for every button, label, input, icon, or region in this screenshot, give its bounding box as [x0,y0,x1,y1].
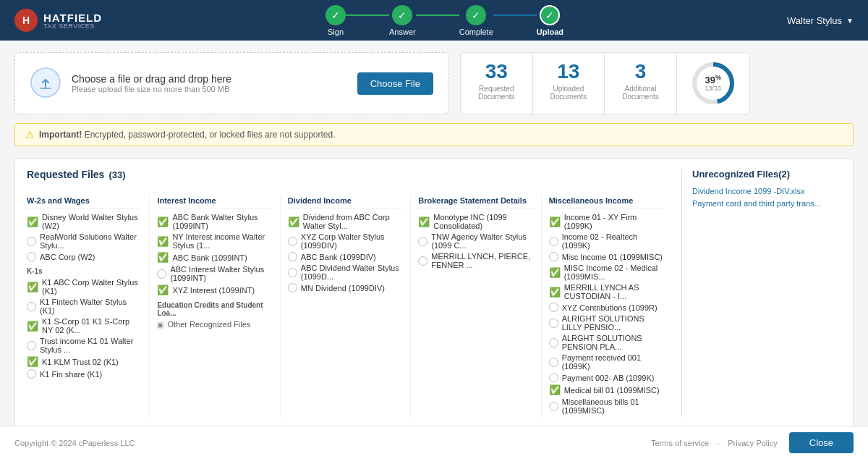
other-recognized-label: Other Recognized Files [167,320,250,329]
unrec-item-2[interactable]: Payment card and third party trans... [692,199,841,208]
logo-name: HATFIELD [43,12,102,24]
column-w2s: W-2s and Wages ✅Disney World Walter Styl… [27,196,150,417]
requested-number: 33 [478,62,515,82]
upload-main-text: Choose a file or drag and drop here [72,73,231,85]
column-interest: Interest Income ✅ABC Bank Walter Stylus … [150,196,280,417]
copyright: Copyright © 2024 cPaperless LLC [14,439,135,440]
upload-dropzone[interactable]: Choose a file or drag and drop here Plea… [14,52,448,114]
list-item: Payment received 001 (1099K) [549,353,664,371]
subsection-edu: Education Credits and Student Loa... [157,301,272,317]
step-complete: ✓ Complete [459,5,493,36]
subsection-k1s: K-1s [27,267,142,275]
user-name: Walter Stylus [787,15,842,26]
requested-files-area: Requested Files (33) W-2s and Wages ✅Dis… [27,169,682,417]
list-item: ABC Interest Walter Stylus (1099INT) [157,265,272,282]
check-icon: ✅ [549,384,561,395]
check-icon: ✅ [549,287,561,298]
col-interest-title: Interest Income [157,196,272,209]
check-icon: ✅ [549,267,561,278]
list-item: ✅ABC Bank Walter Stylus (1099INT) [157,213,272,230]
step-line-1 [346,14,389,16]
donut-center: 39% 13/33 [705,75,721,92]
column-brokerage: Brokerage Statement Details ✅Monotype IN… [411,196,541,417]
stat-progress: 39% 13/33 [677,53,749,114]
stat-uploaded: 13 UploadedDocuments [533,53,605,114]
chevron-down-icon: ▼ [846,17,854,25]
step-upload-label: Upload [537,28,563,36]
other-recognized-expand[interactable]: ▣ Other Recognized Files [157,320,272,329]
step-answer-label: Answer [389,28,416,36]
list-item: ✅Medical bill 01 (1099MISC) [549,384,664,395]
user-menu[interactable]: Walter Stylus ▼ [787,15,854,26]
list-item: ✅K1 ABC Corp Walter Stylus (K1) [27,278,142,295]
requested-files-count: (33) [109,169,125,180]
list-item: ✅K1 KLM Trust 02 (K1) [27,356,142,367]
list-item: ✅MISC Income 02 - Medical (1099MIS... [549,264,664,281]
uploaded-number: 13 [550,62,587,82]
check-icon: ✅ [157,216,169,227]
check-icon: ✅ [157,252,169,263]
logo-icon: H [14,9,38,32]
step-upload: ✓ Upload [537,5,563,36]
step-answer-circle: ✓ [392,5,412,25]
col-misc-title: Miscellaneous Income [549,196,664,209]
terms-link[interactable]: Terms of service [651,439,709,440]
list-item: XYZ Corp Walter Stylus (1099DIV) [288,232,403,250]
check-icon: ✅ [288,216,299,227]
empty-circle [288,252,297,261]
list-item: ✅K1 S-Corp 01 K1 S-Corp NY 02 (K... [27,317,142,334]
step-sign-circle: ✓ [326,5,346,25]
logo-text-wrap: HATFIELD TAX SERVICES [43,12,102,30]
step-complete-circle: ✓ [466,5,486,25]
list-item: ✅MERRILL LYNCH AS CUSTODIAN - I... [549,283,664,300]
progress-steps: ✓ Sign ✓ Answer ✓ Complete ✓ Upload [326,5,563,36]
list-item: ABC Bank (1099DIV) [288,252,403,261]
col-w2s-title: W-2s and Wages [27,196,142,209]
check-icon: ✅ [157,285,169,295]
step-line-2 [416,14,459,16]
choose-file-button[interactable]: Choose File [357,72,433,95]
close-button[interactable]: Close [789,432,854,439]
additional-label: AdditionalDocuments [622,85,659,101]
donut-chart: 39% 13/33 [690,60,736,106]
list-item: Trust income K1 01 Walter Stylus ... [27,337,142,354]
unrecognized-title: Unrecognized Files(2) [692,169,841,180]
upload-stats-row: Choose a file or drag and drop here Plea… [14,52,854,114]
check-icon: ✅ [27,356,38,367]
upload-size-hint: Please upload file size no more than 500… [72,85,231,93]
list-item: RealWorld Solutions Walter Stylu... [27,232,142,250]
list-item: MERRILL LYNCH, PIERCE, FENNER ... [418,252,533,269]
logo-area: H HATFIELD TAX SERVICES [14,9,102,32]
col-dividend-title: Dividend Income [288,196,403,209]
list-item: K1 Fin share (K1) [27,369,142,379]
list-item: ALRIGHT SOLUTIONS LILLY PENSIO... [549,314,664,332]
empty-circle [418,256,427,266]
additional-number: 3 [622,62,659,82]
empty-circle [549,319,558,328]
step-line-3 [493,14,537,16]
donut-percent: 39% [705,75,721,85]
column-misc: Miscellaneous Income ✅Income 01 - XY Fir… [542,196,671,417]
files-columns: W-2s and Wages ✅Disney World Walter Styl… [27,196,671,417]
check-icon: ✅ [27,321,38,332]
upload-icon [30,67,61,101]
empty-circle [549,402,558,411]
list-item: ✅Monotype INC (1099 Consolidated) [418,213,533,230]
list-item: ✅Income 01 - XY Firm (1099K) [549,213,664,230]
list-item: ABC Dividend Walter Stylus (1099D... [288,264,403,281]
warning-bar: ⚠ Important! Encrypted, password-protect… [14,123,854,146]
empty-circle [549,237,558,246]
requested-label: RequestedDocuments [478,85,515,101]
step-complete-label: Complete [459,28,493,36]
stats-area: 33 RequestedDocuments 13 UploadedDocumen… [460,52,750,114]
main-content: Choose a file or drag and drop here Plea… [0,41,868,439]
upload-text: Choose a file or drag and drop here Plea… [72,73,231,93]
check-icon: ✅ [27,282,38,292]
empty-circle [288,268,297,277]
privacy-link[interactable]: Privacy Policy [728,439,777,440]
logo-sub: TAX SERVICES [43,22,102,30]
step-sign: ✓ Sign [326,5,346,36]
unrec-item-1[interactable]: Dividend Income 1099 -DIV.xlsx [692,187,841,195]
check-icon: ✅ [549,216,561,227]
footer-right: Terms of service – Privacy Policy Close [651,432,854,439]
